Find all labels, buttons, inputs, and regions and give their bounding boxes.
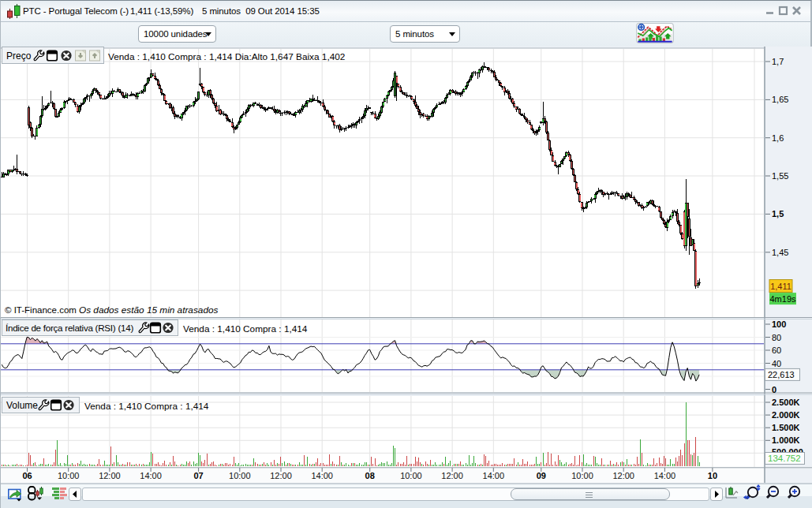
svg-text:© IT-Finance.com: © IT-Finance.com	[5, 305, 77, 315]
svg-text:07: 07	[193, 471, 203, 480]
svg-text:09: 09	[537, 471, 546, 480]
svg-text:1,411: 1,411	[770, 282, 791, 291]
svg-text:134.752: 134.752	[768, 454, 801, 463]
svg-text:1.500K: 1.500K	[772, 423, 800, 432]
svg-text:80: 80	[772, 333, 781, 342]
svg-text:60: 60	[772, 346, 781, 355]
svg-text:12:00: 12:00	[99, 471, 121, 480]
svg-text:14:00: 14:00	[311, 471, 333, 480]
svg-text:1.000K: 1.000K	[772, 435, 800, 445]
svg-text:1,5: 1,5	[772, 209, 784, 219]
svg-text:06: 06	[22, 471, 32, 480]
svg-text:14:00: 14:00	[654, 471, 676, 480]
svg-text:10:00: 10:00	[400, 471, 422, 480]
svg-text:2.000K: 2.000K	[772, 410, 800, 420]
svg-text:1,65: 1,65	[772, 95, 788, 104]
svg-text:14:00: 14:00	[483, 471, 505, 480]
svg-text:1,7: 1,7	[772, 57, 784, 66]
svg-text:08: 08	[365, 471, 375, 480]
svg-text:4m19s: 4m19s	[769, 294, 796, 304]
svg-text:Preço: Preço	[6, 50, 32, 62]
svg-text:0: 0	[772, 385, 776, 394]
svg-text:1,6: 1,6	[772, 133, 784, 143]
svg-text:10:00: 10:00	[58, 471, 80, 480]
svg-text:2.500K: 2.500K	[772, 398, 800, 407]
svg-text:1,45: 1,45	[772, 248, 788, 257]
svg-text:Índice de força relativa (RSI): Índice de força relativa (RSI) (14)	[6, 323, 133, 333]
svg-text:12:00: 12:00	[612, 471, 634, 480]
svg-text:10: 10	[708, 471, 717, 480]
svg-text:Venda : 1,410 Compra : 1,414: Venda : 1,410 Compra : 1,414	[84, 401, 209, 412]
svg-text:Os dados estão 15 min atrasado: Os dados estão 15 min atrasados	[79, 304, 219, 316]
svg-text:40: 40	[772, 359, 781, 368]
svg-text:10:00: 10:00	[571, 471, 593, 480]
svg-text:Volume: Volume	[6, 400, 38, 411]
svg-text:Venda : 1,410 Compra : 1,414: Venda : 1,410 Compra : 1,414	[183, 323, 308, 334]
svg-text:Venda : 1,410 Compra : 1,414 D: Venda : 1,410 Compra : 1,414 Dia:Alto 1,…	[108, 51, 345, 62]
svg-text:14:00: 14:00	[140, 471, 162, 480]
svg-text:10:00: 10:00	[229, 471, 251, 480]
svg-text:1,55: 1,55	[772, 171, 788, 181]
svg-text:12:00: 12:00	[441, 471, 463, 480]
svg-text:12:00: 12:00	[270, 471, 292, 480]
svg-text:100: 100	[772, 319, 786, 329]
svg-text:22,613: 22,613	[768, 370, 795, 379]
